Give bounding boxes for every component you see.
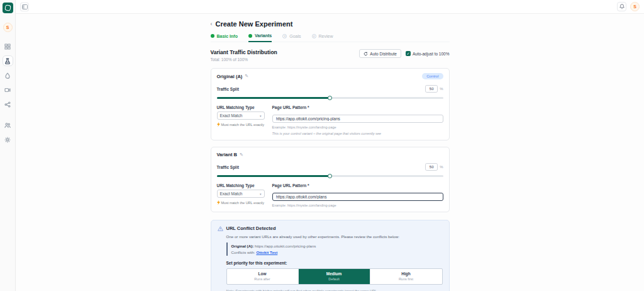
conflict-title: URL Conflict Detected bbox=[226, 225, 276, 231]
conflicts-with-label: Conflicts with: bbox=[231, 250, 255, 254]
lightning-warning-icon bbox=[217, 122, 220, 127]
priority-sub: Default bbox=[299, 277, 370, 281]
auto-distribute-button[interactable]: Auto Distribute bbox=[359, 49, 401, 58]
link-nodes-icon bbox=[4, 101, 11, 108]
priority-option-high[interactable]: High Runs first bbox=[370, 269, 442, 284]
sidebar-item-experiments[interactable] bbox=[3, 55, 13, 66]
back-chevron-icon[interactable]: ‹ bbox=[211, 21, 213, 27]
page-url-pattern-input[interactable] bbox=[272, 193, 443, 201]
page-url-pattern-label: Page URL Pattern * bbox=[272, 183, 443, 188]
traffic-split-input[interactable]: 50 bbox=[425, 163, 438, 171]
url-matching-type-select[interactable]: Exact Match ▾ bbox=[217, 111, 265, 120]
variant-card-b: Variant B ✎ Traffic Split 50 % URL Match… bbox=[211, 147, 450, 212]
priority-segmented-control: Low Runs after Medium Default High Runs … bbox=[226, 268, 443, 285]
gear-icon bbox=[4, 137, 11, 143]
priority-option-low[interactable]: Low Runs after bbox=[227, 269, 299, 284]
edit-pencil-icon[interactable]: ✎ bbox=[245, 74, 248, 79]
sidebar-item-settings[interactable] bbox=[3, 134, 13, 145]
percent-sign: % bbox=[440, 87, 443, 91]
priority-label: High bbox=[370, 271, 442, 276]
priority-sub: Runs first bbox=[370, 277, 442, 281]
variant-name: Variant B bbox=[217, 152, 238, 157]
select-value: Exact Match bbox=[220, 191, 243, 196]
notifications-button[interactable] bbox=[617, 2, 626, 11]
refresh-icon bbox=[364, 52, 368, 56]
percent-sign: % bbox=[440, 165, 443, 169]
url-conflict-panel: URL Conflict Detected One or more varian… bbox=[211, 220, 450, 291]
step-goals[interactable]: 3 Goals bbox=[282, 33, 301, 42]
slider-fill bbox=[217, 97, 330, 99]
distribution-header: Variant Traffic Distribution Total: 100%… bbox=[211, 49, 450, 62]
variant-card-original: Original (A) ✎ Control Traffic Split 50 … bbox=[211, 68, 450, 140]
users-icon bbox=[4, 122, 11, 128]
traffic-split-slider[interactable] bbox=[217, 95, 443, 100]
video-camera-icon bbox=[4, 87, 11, 93]
step-label: Goals bbox=[289, 34, 301, 38]
slider-fill bbox=[217, 175, 330, 177]
edit-pencil-icon[interactable]: ✎ bbox=[240, 152, 243, 157]
url-matching-type-label: URL Matching Type bbox=[217, 183, 265, 188]
lightning-warning-icon bbox=[217, 200, 220, 205]
traffic-split-input[interactable]: 50 bbox=[425, 85, 438, 93]
page-url-pattern-label: Page URL Pattern * bbox=[272, 105, 443, 110]
url-example-hint: Example: https://mysite.com/landing-page bbox=[272, 125, 443, 129]
distribution-total: Total: 100% of 100% bbox=[211, 57, 277, 62]
match-warning-text: Must match the URL exactly bbox=[221, 201, 265, 205]
checkbox-checked-icon[interactable]: ✓ bbox=[406, 51, 411, 56]
sidebar-nav bbox=[3, 41, 13, 145]
conflict-variant-label: Original (A): bbox=[231, 244, 254, 248]
page-title: Create New Experiment bbox=[216, 20, 293, 28]
sidebar-item-team[interactable] bbox=[3, 120, 13, 130]
conflict-item: Original (A): https://app.ottokit.com/pr… bbox=[226, 243, 443, 256]
distribution-controls: Auto Distribute ✓ Auto-adjust to 100% bbox=[359, 49, 449, 58]
variant-name: Original (A) bbox=[217, 74, 243, 79]
match-warning-text: Must match the URL exactly bbox=[221, 123, 265, 127]
distribution-titles: Variant Traffic Distribution Total: 100%… bbox=[211, 49, 277, 62]
url-matching-type-label: URL Matching Type bbox=[217, 105, 265, 110]
step-review[interactable]: 4 Review bbox=[312, 33, 333, 42]
step-basic-info[interactable]: Basic Info bbox=[211, 33, 238, 42]
flask-icon bbox=[4, 58, 11, 64]
priority-sub: Runs after bbox=[227, 277, 298, 281]
url-matching-type-select[interactable]: Exact Match ▾ bbox=[217, 190, 265, 198]
sidebar: S bbox=[0, 0, 16, 291]
conflict-description: One or more variant URLs are already use… bbox=[226, 234, 443, 239]
priority-option-medium[interactable]: Medium Default bbox=[299, 269, 370, 284]
workspace-avatar[interactable]: S bbox=[3, 23, 13, 32]
step-variants[interactable]: Variants bbox=[248, 33, 272, 42]
traffic-split-label: Traffic Split bbox=[217, 165, 239, 169]
page-header: ‹ Create New Experiment bbox=[211, 20, 450, 28]
priority-label: Medium bbox=[299, 271, 370, 276]
distribution-heading: Variant Traffic Distribution bbox=[211, 49, 277, 55]
sidebar-item-engagement[interactable] bbox=[3, 70, 13, 81]
slider-handle[interactable] bbox=[328, 174, 332, 178]
page-url-pattern-input[interactable] bbox=[272, 115, 443, 123]
conflicting-experiment-link[interactable]: Ottokit Test bbox=[256, 250, 277, 254]
main-area: ‹ Create New Experiment Basic Info Varia… bbox=[16, 14, 644, 291]
sidebar-toggle-button[interactable] bbox=[20, 3, 29, 11]
step-label: Review bbox=[319, 34, 333, 38]
stepper: Basic Info Variants 3 Goals 4 Review bbox=[211, 33, 450, 42]
app-logo[interactable] bbox=[3, 3, 13, 13]
step-label: Basic Info bbox=[217, 34, 238, 38]
select-value: Exact Match bbox=[220, 113, 243, 118]
control-badge: Control bbox=[422, 73, 443, 79]
step-complete-dot-icon bbox=[248, 34, 252, 38]
topbar: S bbox=[16, 0, 644, 14]
conflict-variant-url: https://app.ottokit.com/pricing-plans bbox=[255, 244, 316, 248]
slider-handle[interactable] bbox=[328, 96, 332, 100]
auto-distribute-label: Auto Distribute bbox=[370, 52, 397, 56]
step-number-circle: 4 bbox=[312, 34, 316, 38]
bell-icon bbox=[619, 4, 625, 9]
sidebar-item-integrations[interactable] bbox=[3, 99, 13, 110]
auto-adjust-control[interactable]: ✓ Auto-adjust to 100% bbox=[406, 51, 450, 56]
traffic-split-label: Traffic Split bbox=[217, 87, 239, 91]
auto-adjust-label: Auto-adjust to 100% bbox=[413, 52, 450, 56]
step-number-circle: 3 bbox=[282, 34, 287, 38]
dashboard-grid-icon bbox=[4, 43, 11, 50]
warning-triangle-icon bbox=[218, 226, 223, 231]
traffic-split-slider[interactable] bbox=[217, 173, 443, 178]
user-avatar[interactable]: S bbox=[630, 2, 640, 11]
sidebar-item-dashboard[interactable] bbox=[3, 41, 13, 52]
sidebar-item-recordings[interactable] bbox=[3, 84, 13, 95]
